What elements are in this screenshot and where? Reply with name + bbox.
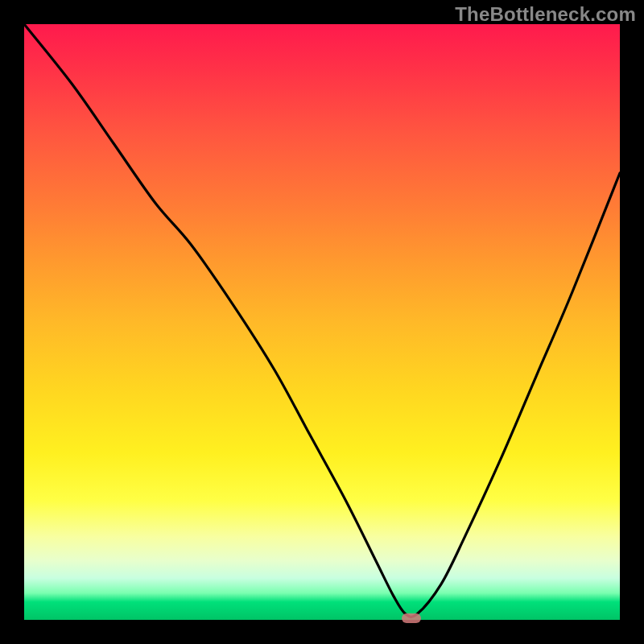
optimal-point-marker [402, 613, 421, 623]
bottleneck-curve [24, 24, 620, 620]
chart-frame: TheBottleneck.com [0, 0, 644, 644]
plot-area [24, 24, 620, 620]
watermark-text: TheBottleneck.com [455, 3, 636, 26]
